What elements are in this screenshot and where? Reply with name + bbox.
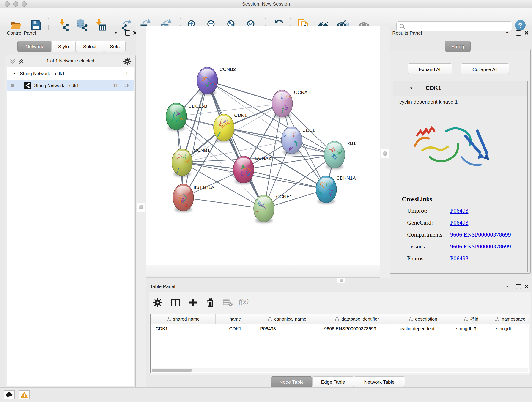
column-header-shared-name[interactable]: shared name (151, 314, 215, 324)
tree-disclosure-icon[interactable]: ▼ (13, 72, 16, 75)
network-node-CDC25B[interactable] (166, 103, 187, 131)
export-network-button[interactable] (120, 18, 133, 32)
tab-string[interactable]: String (445, 41, 471, 52)
table-cell-database-identifier[interactable]: 9606.ENSP00000378699 (319, 324, 395, 333)
table-cell-canonical-name[interactable]: P06493 (255, 324, 319, 333)
network-edge-CCNB2-CCNA1[interactable] (207, 81, 282, 104)
column-label: canonical name (274, 317, 306, 322)
results-panel-float-icon[interactable] (516, 31, 521, 36)
crosslink-link[interactable]: P06493 (450, 207, 468, 214)
scrollbar-thumb[interactable] (152, 369, 192, 372)
crosslink-link[interactable]: 9606.ENSP00000378699 (450, 243, 511, 250)
column-header-description[interactable]: description (395, 314, 451, 324)
network-edge-CCNB2-CCNE1[interactable] (207, 81, 264, 209)
crosslink-label: Tissues: (407, 243, 426, 250)
network-tree-child-row[interactable]: String Network – cdk1 11 48 (7, 80, 134, 91)
table-cell-shared-name[interactable]: CDK1 (151, 324, 215, 333)
import-table-button[interactable] (94, 18, 107, 32)
network-node-CDK1[interactable] (214, 114, 234, 142)
add-column-plus-icon[interactable] (188, 298, 197, 307)
table-cell-namespace[interactable]: stringdb (491, 324, 530, 333)
save-session-button[interactable] (29, 18, 43, 32)
column-header-name[interactable]: name (215, 314, 255, 324)
results-panel-close-icon[interactable] (524, 31, 529, 35)
network-node-CCNE1[interactable] (249, 195, 274, 223)
crosslink-row: Tissues: 9606.ENSP00000378699 (393, 243, 527, 252)
table-panel-float-icon[interactable] (516, 284, 521, 289)
protein-description: cyclin-dependent kinase 1 (399, 99, 457, 105)
crosslinks-title: CrossLinks (402, 196, 432, 203)
column-header-id[interactable]: @id (451, 314, 491, 324)
network-node-label-CCNA1: CCNA1 (294, 89, 310, 95)
control-panel-menu-icon[interactable]: ▼ (114, 31, 118, 35)
export-network-icon (120, 19, 133, 31)
network-collection-count: 1 (126, 71, 128, 76)
table-horizontal-scrollbar[interactable] (151, 368, 528, 372)
network-edge-CCNA2-CDKN1A[interactable] (244, 170, 326, 189)
right-divider-handle[interactable] (381, 149, 389, 158)
column-header-database-identifier[interactable]: database identifier (319, 314, 395, 324)
network-node-count: 11 (113, 83, 118, 88)
left-divider-handle[interactable] (137, 203, 145, 212)
table-cell-name[interactable]: CDK1 (215, 324, 255, 333)
network-node-CCNA2[interactable] (233, 156, 254, 184)
results-panel-menu-icon[interactable]: ▼ (505, 31, 509, 35)
table-cell-description[interactable]: cyclin-dependent ... (395, 324, 451, 333)
crosslink-link[interactable]: P06493 (450, 219, 468, 226)
show-columns-icon[interactable] (171, 298, 180, 307)
collapse-all-button[interactable]: Collapse All (461, 64, 509, 74)
tab-network-table[interactable]: Network Table (354, 376, 405, 387)
crosslink-label: Compartments: (407, 231, 444, 238)
warning-status-button[interactable] (19, 390, 30, 399)
left-panel-divider[interactable] (136, 26, 146, 387)
window-title: Session: New Session (0, 0, 532, 8)
tab-style[interactable]: Style (51, 41, 76, 52)
crosslink-link[interactable]: 9606.ENSP00000378699 (450, 231, 511, 238)
cloud-status-button[interactable] (4, 390, 15, 399)
section-disclosure-icon[interactable]: ▼ (410, 86, 413, 90)
tab-network-table-label: Network Table (364, 379, 394, 385)
network-node-CCNB2[interactable] (197, 67, 222, 95)
cdk1-section-header[interactable]: ▼ CDK1 (393, 81, 527, 96)
network-options-gear-icon[interactable] (123, 57, 132, 65)
column-header-namespace[interactable]: namespace (491, 314, 530, 324)
table-options-gear-icon[interactable] (153, 298, 162, 307)
table-panel-close-icon[interactable] (524, 284, 529, 289)
network-collection-label: String Network – cdk1 (20, 71, 65, 76)
protein-structure-image (408, 108, 493, 184)
open-session-button[interactable] (9, 18, 22, 32)
right-panel-divider[interactable] (380, 26, 390, 278)
help-button[interactable]: ? (515, 20, 526, 31)
import-network-database-button[interactable] (75, 18, 89, 32)
network-node-CDKN1A[interactable] (312, 176, 336, 204)
network-edge-CCNB2-HIST1H1A[interactable] (183, 81, 207, 198)
table-cell-id[interactable]: stringdb:9... (451, 324, 491, 333)
horizontal-splitter[interactable] (146, 278, 532, 283)
search-input[interactable] (405, 24, 509, 29)
network-node-label-CCNA2: CCNA2 (255, 155, 271, 161)
crosslink-link[interactable]: P06493 (450, 255, 468, 262)
network-selection-summary: 1 of 1 Network selected (7, 58, 134, 64)
tab-node-table[interactable]: Node Table (271, 376, 312, 387)
crosslink-label: Uniprot: (407, 207, 427, 214)
tab-sets-label: Sets (110, 44, 120, 49)
tab-network[interactable]: Network (17, 41, 51, 52)
network-canvas[interactable]: CCNB2CCNA1CDC25BCDK1CDC6RB1CCNB1CCNA2CDK… (146, 26, 380, 265)
delete-column-trash-icon[interactable] (206, 298, 215, 307)
network-node-CCNB1[interactable] (172, 149, 192, 177)
splitter-grip[interactable] (337, 278, 345, 283)
tab-edge-table[interactable]: Edge Table (312, 376, 354, 387)
expand-all-button[interactable]: Expand All (408, 64, 452, 74)
table-panel-menu-icon[interactable]: ▼ (505, 284, 509, 288)
tab-sets[interactable]: Sets (104, 41, 126, 52)
import-network-file-button[interactable] (57, 18, 70, 32)
network-tree-root-row[interactable]: ▼ String Network – cdk1 1 (7, 68, 134, 80)
status-bar: Memory (0, 387, 532, 402)
network-edge-HIST1H1A-CCNE1[interactable] (183, 198, 264, 209)
control-panel-float-icon[interactable] (125, 31, 130, 36)
network-node-RB1[interactable] (324, 141, 345, 169)
network-node-CCNA1[interactable] (272, 90, 293, 118)
tab-select[interactable]: Select (76, 41, 104, 52)
column-header-canonical-name[interactable]: canonical name (255, 314, 319, 324)
network-node-HIST1H1A[interactable] (173, 184, 194, 212)
